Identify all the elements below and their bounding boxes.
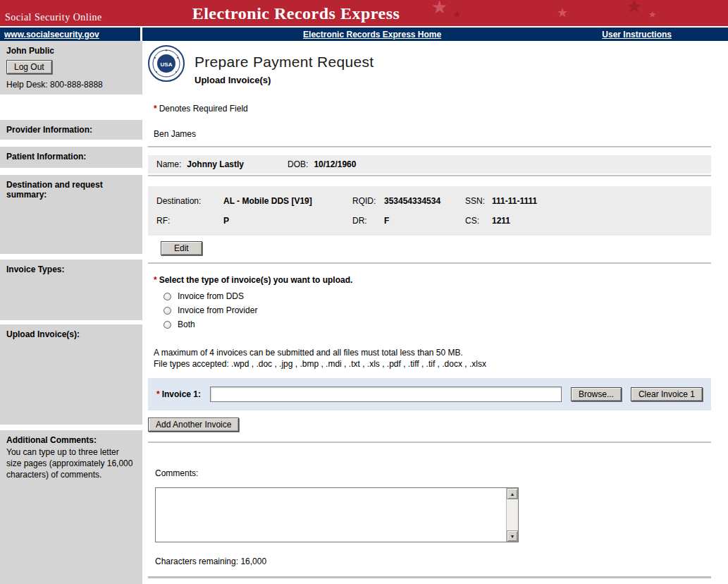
invoice-1-label: *Invoice 1:: [156, 389, 201, 399]
comments-scrollbar[interactable]: ▲ ▼: [506, 488, 518, 542]
invoice-upload-box: *Invoice 1: Browse... Clear Invoice 1: [148, 378, 711, 410]
sidebar-item-upload-invoices: Upload Invoice(s):: [0, 324, 142, 425]
ssa-online-logo: Social Security Online: [5, 12, 102, 23]
home-link-wrap: Electronic Records Express Home: [142, 30, 602, 39]
page: Social Security Online Electronic Record…: [0, 0, 728, 584]
radio-row: Invoice from Provider: [164, 303, 711, 317]
sidebar-item-provider-information: Provider Information:: [0, 120, 142, 140]
comments-box: ▲ ▼: [155, 487, 519, 542]
page-subtitle: Upload Invoice(s): [195, 75, 374, 85]
dr-label: DR:: [352, 216, 384, 226]
provider-name: Ben James: [154, 129, 711, 139]
star-icon: ★: [626, 0, 642, 16]
invoice-1-input[interactable]: [210, 387, 562, 402]
instructions-link-wrap: User Instructions: [602, 30, 672, 39]
patient-dob-value: 10/12/1960: [314, 159, 356, 169]
sidebar-item-destination-summary: Destination and request summary:: [0, 175, 142, 254]
upload-max-note: A maximum of 4 invoices can be submitted…: [154, 347, 711, 358]
required-asterisk: *: [154, 275, 157, 285]
invoice-type-prompt-text: Select the type of invoice(s) you want t…: [159, 275, 353, 285]
radio-invoice-from-provider[interactable]: [164, 307, 171, 315]
rqid-value: 353454334534: [384, 196, 465, 206]
user-instructions-link[interactable]: User Instructions: [602, 30, 672, 39]
main-content: USA Prepare Payment Request Upload Invoi…: [142, 41, 728, 584]
seal-usa-text: USA: [161, 61, 173, 68]
radio-label-invoice-from-dds[interactable]: Invoice from DDS: [178, 291, 244, 301]
content-row: John Public Log Out Help Desk: 800-888-8…: [0, 41, 728, 584]
invoice-1-label-text: Invoice 1:: [162, 389, 201, 399]
scroll-up-icon[interactable]: ▲: [507, 488, 518, 499]
logout-button[interactable]: Log Out: [6, 60, 52, 74]
additional-comments-title: Additional Comments:: [6, 435, 136, 445]
divider: [148, 576, 711, 578]
required-note-text: Denotes Required Field: [159, 104, 248, 114]
patient-name-label: Name:: [156, 159, 181, 169]
patient-dob-label: DOB:: [288, 159, 308, 169]
edit-button[interactable]: Edit: [161, 241, 202, 255]
star-icon: ★: [557, 6, 568, 19]
radio-invoice-from-dds[interactable]: [164, 293, 171, 300]
help-desk-text: Help Desk: 800-888-8888: [6, 80, 136, 90]
patient-info-row: Name: Johnny Lastly DOB: 10/12/1960: [148, 155, 711, 174]
radio-both[interactable]: [164, 321, 171, 329]
user-name: John Public: [6, 46, 136, 56]
ssn-label: SSN:: [465, 196, 492, 206]
dr-value: F: [384, 216, 465, 226]
radio-label-invoice-from-provider[interactable]: Invoice from Provider: [178, 305, 257, 315]
required-asterisk: *: [156, 389, 160, 399]
star-icon: ★: [431, 0, 448, 16]
radio-row: Both: [164, 317, 711, 331]
comments-textarea[interactable]: [156, 488, 506, 542]
ssa-seal-icon: USA: [148, 45, 185, 82]
characters-remaining: Characters remaining: 16,000: [155, 556, 711, 566]
banner-title: Electronic Records Express: [192, 4, 400, 23]
destination-summary-box: Destination: AL - Mobile DDS [V19] RQID:…: [148, 186, 711, 236]
sidebar: John Public Log Out Help Desk: 800-888-8…: [0, 41, 142, 584]
add-another-invoice-button[interactable]: Add Another Invoice: [148, 418, 239, 432]
sidebar-item-invoice-types: Invoice Types:: [0, 260, 142, 320]
navbar-main: Electronic Records Express Home User Ins…: [142, 28, 728, 41]
divider: [148, 262, 711, 264]
sidebar-user-block: John Public Log Out Help Desk: 800-888-8…: [0, 41, 142, 95]
cs-label: CS:: [465, 216, 492, 226]
ere-home-link[interactable]: Electronic Records Express Home: [303, 30, 441, 39]
top-banner: Social Security Online Electronic Record…: [0, 0, 728, 26]
destination-value: AL - Mobile DDS [V19]: [223, 196, 352, 206]
required-field-note: *Denotes Required Field: [154, 104, 711, 114]
invoice-type-prompt: *Select the type of invoice(s) you want …: [154, 275, 711, 285]
star-icon: ★: [648, 10, 657, 19]
sidebar-item-patient-information: Patient Information:: [0, 147, 142, 168]
additional-comments-note: You can type up to three letter size pag…: [6, 446, 136, 480]
navbar-left: www.socialsecurity.gov: [0, 28, 142, 41]
page-header: USA Prepare Payment Request Upload Invoi…: [148, 45, 711, 85]
destination-label: Destination:: [156, 196, 223, 206]
radio-row: Invoice from DDS: [164, 289, 711, 303]
ssn-value: 111-11-1111: [492, 196, 703, 206]
scroll-down-icon[interactable]: ▼: [507, 530, 518, 542]
clear-invoice-1-button[interactable]: Clear Invoice 1: [631, 387, 703, 401]
browse-button[interactable]: Browse...: [571, 387, 622, 401]
invoice-type-options: Invoice from DDS Invoice from Provider B…: [164, 289, 711, 331]
upload-instructions: A maximum of 4 invoices can be submitted…: [154, 347, 711, 370]
page-title: Prepare Payment Request: [195, 54, 374, 71]
socialsecurity-gov-link[interactable]: www.socialsecurity.gov: [4, 30, 99, 39]
upload-file-types: File types accepted: .wpd , .doc , .jpg …: [154, 358, 711, 370]
cs-value: 1211: [492, 216, 703, 226]
rf-label: RF:: [156, 216, 223, 226]
patient-name-value: Johnny Lastly: [187, 159, 244, 169]
sidebar-item-additional-comments: Additional Comments: You can type up to …: [0, 430, 142, 584]
required-asterisk: *: [154, 104, 157, 114]
star-icon: ★: [452, 9, 462, 19]
rqid-label: RQID:: [352, 196, 384, 206]
rf-value: P: [223, 216, 352, 226]
titles: Prepare Payment Request Upload Invoice(s…: [195, 54, 374, 85]
navbar: www.socialsecurity.gov Electronic Record…: [0, 26, 728, 41]
divider: [148, 442, 711, 443]
comments-label: Comments:: [155, 468, 711, 478]
divider: [148, 146, 711, 147]
radio-label-both[interactable]: Both: [178, 320, 195, 329]
divider: [148, 175, 711, 176]
